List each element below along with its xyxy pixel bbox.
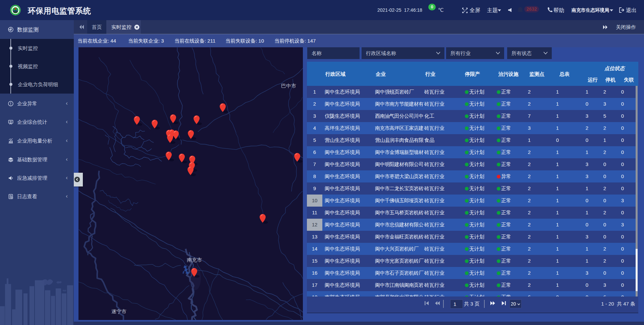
svg-text:遂宁市: 遂宁市 [111,309,126,314]
svg-text:南充市: 南充市 [187,257,202,263]
svg-text:巴中市: 巴中市 [281,83,296,89]
